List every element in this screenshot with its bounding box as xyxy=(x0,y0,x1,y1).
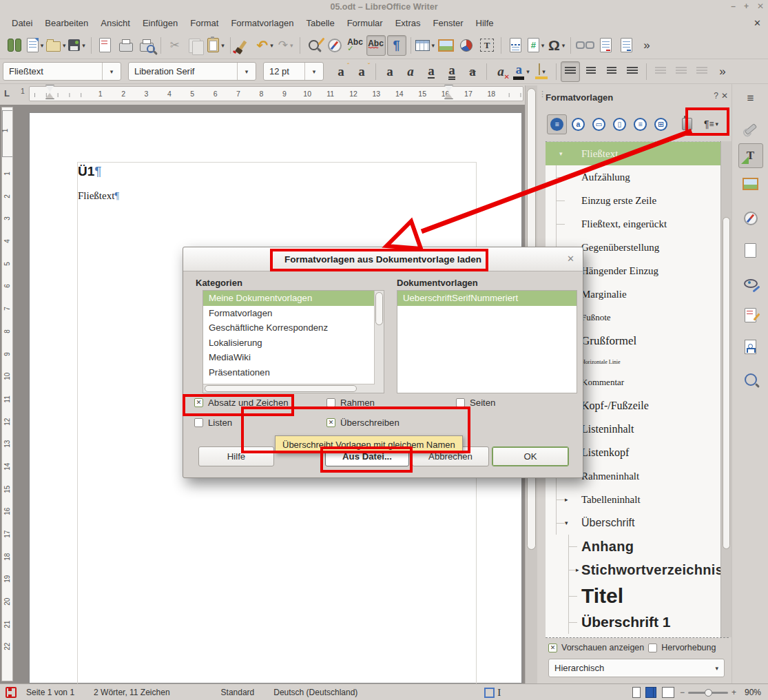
expander-icon[interactable]: ▾ xyxy=(559,150,563,157)
categories-listbox[interactable]: Meine DokumentvorlagenFormatvorlagenGesc… xyxy=(203,290,384,393)
sidebar-menu-button[interactable]: ≡ xyxy=(739,87,762,110)
special-character-button[interactable]: Ω▾ xyxy=(547,35,566,56)
tab-stop-selector[interactable]: L xyxy=(4,88,10,99)
insert-image-button[interactable] xyxy=(436,35,455,56)
status-page-count[interactable]: Seite 1 von 1 xyxy=(26,688,74,697)
toolbar-overflow-button[interactable]: » xyxy=(713,61,732,82)
zoom-out-icon[interactable]: − xyxy=(680,688,685,697)
style-item[interactable]: ▸ Aufzählung xyxy=(546,165,720,189)
highlighting-checkbox[interactable]: ✕ xyxy=(648,644,657,652)
styles-list-scrollbar[interactable] xyxy=(720,141,731,637)
zoom-in-icon[interactable]: + xyxy=(731,688,736,697)
menu-item[interactable]: Formatvorlagen xyxy=(225,15,300,31)
book-view-icon[interactable] xyxy=(662,687,674,698)
align-center-button[interactable] xyxy=(581,61,601,82)
list-styles-toggle[interactable]: ≡ xyxy=(631,115,650,134)
zoom-level[interactable]: 90% xyxy=(745,688,761,697)
strikethrough-button[interactable]: a xyxy=(463,61,482,82)
style-filter-dropdown[interactable]: Hierarchisch ▾ xyxy=(548,659,725,677)
expander-icon[interactable]: ▾ xyxy=(565,519,568,526)
show-previews-checkbox[interactable]: ✕ xyxy=(548,644,557,652)
grow-font-button[interactable]: aˆ xyxy=(331,61,351,82)
fill-format-mode-icon[interactable] xyxy=(682,118,692,130)
category-list-item[interactable]: Geschäftliche Korrespondenz xyxy=(203,320,375,336)
print-preview-button[interactable] xyxy=(137,35,156,56)
insert-chart-button[interactable] xyxy=(457,35,476,56)
category-list-item[interactable]: Formatvorlagen xyxy=(203,306,375,321)
font-color-button[interactable]: a▾ xyxy=(512,61,531,82)
paragraph-styles-toggle[interactable]: ≡ xyxy=(547,114,567,134)
menu-item[interactable]: Format xyxy=(184,15,225,31)
table-styles-toggle[interactable]: ⊞ xyxy=(652,115,670,134)
style-item[interactable]: ▸ Stichwortverzeichnis xyxy=(546,558,720,581)
menu-item[interactable]: Bearbeiten xyxy=(39,15,94,31)
export-pdf-button[interactable] xyxy=(96,35,115,56)
tab-navigator[interactable] xyxy=(739,207,762,230)
category-list-item[interactable]: Lokalisierung xyxy=(203,336,375,351)
tab-page[interactable] xyxy=(739,238,762,262)
menu-item[interactable]: Formular xyxy=(341,15,389,31)
indent-marker[interactable] xyxy=(45,85,54,99)
style-item[interactable]: Einzug erste Zeile xyxy=(546,189,720,212)
clone-formatting-button[interactable] xyxy=(235,35,254,56)
listbox-hscrollbar[interactable] xyxy=(203,384,375,393)
shrink-font-button[interactable]: aˇ xyxy=(352,61,371,82)
frame-checkbox[interactable]: ✕ xyxy=(326,398,335,407)
pages-checkbox[interactable]: ✕ xyxy=(456,398,465,407)
italic-button[interactable]: a xyxy=(401,61,420,82)
combo-dropdown-icon[interactable]: ▾ xyxy=(304,63,323,80)
page-styles-toggle[interactable]: ▯ xyxy=(610,115,629,134)
close-document-button[interactable]: ✕ xyxy=(754,18,761,28)
style-item[interactable]: Überschrift 1 xyxy=(546,610,720,634)
auto-spellcheck-toggle[interactable]: Abc~~~ xyxy=(366,35,386,56)
paragraph-style-combo[interactable]: Fließtext ▾ xyxy=(3,62,121,81)
document-heading[interactable]: Ü1¶ xyxy=(78,164,102,179)
single-page-view-icon[interactable] xyxy=(632,687,641,698)
align-left-button[interactable] xyxy=(561,61,580,82)
insert-table-button[interactable]: ▾ xyxy=(415,35,435,56)
zoom-slider-thumb[interactable] xyxy=(705,689,712,697)
expander-icon[interactable]: ▸ xyxy=(565,174,568,181)
ok-button[interactable]: OK xyxy=(492,446,569,466)
templates-listbox[interactable]: UeberschriftSerifNummeriert xyxy=(397,290,577,393)
paragraph-char-checkbox[interactable]: ✕ xyxy=(194,398,203,407)
sidebar-close-button[interactable]: ✕ xyxy=(721,91,728,101)
insert-field-button[interactable]: #▾ xyxy=(526,35,546,56)
category-list-item[interactable]: MediaWiki xyxy=(203,350,375,365)
category-list-item[interactable]: Meine Dokumentvorlagen xyxy=(203,291,375,306)
undo-button[interactable]: ↶▾ xyxy=(256,35,275,56)
tab-gallery[interactable] xyxy=(739,172,762,196)
highlight-color-button[interactable]: ▾ xyxy=(532,61,552,82)
expander-icon[interactable]: ▸ xyxy=(576,566,579,573)
sidebar-help-button[interactable]: ? xyxy=(714,91,718,101)
formatting-marks-toggle[interactable]: ¶ xyxy=(387,35,406,56)
indent-marker[interactable] xyxy=(444,85,453,99)
insert-page-break-button[interactable] xyxy=(506,35,525,56)
menu-item[interactable]: Extras xyxy=(389,15,427,31)
bold-button[interactable]: a xyxy=(380,61,399,82)
navigator-button[interactable] xyxy=(325,35,344,56)
insert-footnote-button[interactable] xyxy=(596,35,615,56)
maximize-button[interactable]: + xyxy=(744,1,749,11)
menu-item[interactable]: Hilfe xyxy=(470,15,500,31)
multi-page-view-icon[interactable] xyxy=(645,687,654,698)
paste-button[interactable]: ▾ xyxy=(207,35,226,56)
tab-accessibility-check[interactable] xyxy=(739,335,762,358)
unsaved-changes-icon[interactable] xyxy=(6,687,17,698)
menu-item[interactable]: Ansicht xyxy=(94,15,136,31)
tab-styles[interactable]: T xyxy=(738,143,763,168)
menu-item[interactable]: Fenster xyxy=(427,15,470,31)
document-body-text[interactable]: Fließtext¶ xyxy=(78,190,119,202)
clear-formatting-button[interactable]: a✕ xyxy=(491,61,510,82)
justify-button[interactable] xyxy=(623,61,642,82)
combo-dropdown-icon[interactable]: ▾ xyxy=(102,63,121,80)
close-window-button[interactable]: ✕ xyxy=(757,1,764,11)
style-item[interactable]: ▸ Tabelleninhalt xyxy=(546,488,720,511)
font-size-combo[interactable]: 12 pt ▾ xyxy=(263,62,324,81)
font-name-combo[interactable]: Liberation Serif ▾ xyxy=(128,62,256,81)
double-underline-button[interactable]: a xyxy=(442,61,461,82)
print-button[interactable] xyxy=(116,35,136,56)
align-right-button[interactable] xyxy=(602,61,621,82)
tab-find[interactable] xyxy=(739,368,762,391)
scrollbar-thumb[interactable] xyxy=(723,217,730,549)
